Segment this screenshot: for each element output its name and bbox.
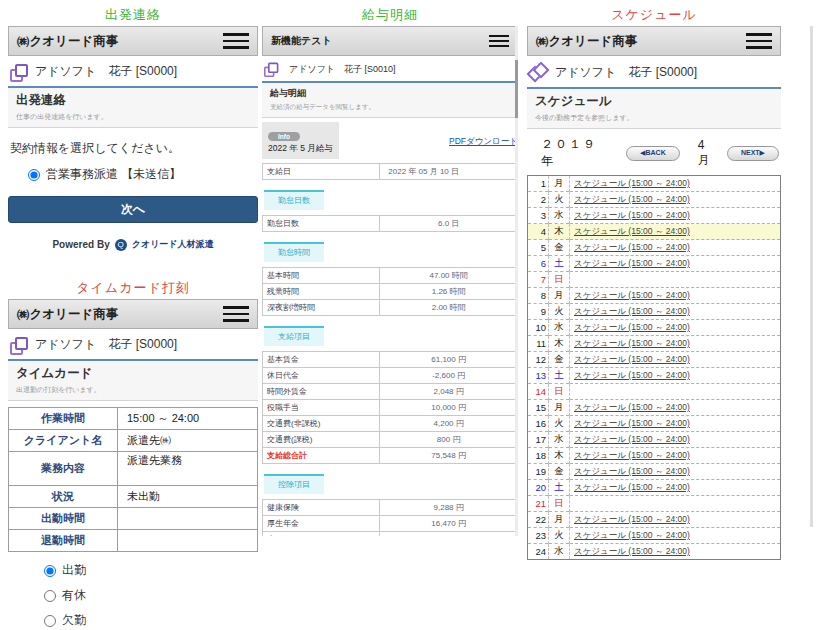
day-number: 4 <box>528 224 549 240</box>
attendance-radio[interactable] <box>44 615 56 627</box>
day-number: 12 <box>528 352 549 368</box>
schedule-entry-link[interactable]: スケジュール (15:00 ～ 24:00) <box>574 402 690 412</box>
radio-option[interactable]: 出勤 <box>44 562 258 579</box>
schedule-entry-link[interactable]: スケジュール (15:00 ～ 24:00) <box>574 306 690 316</box>
timecard-section-header: タイムカード 出退勤の打刻を行います。 <box>8 359 258 401</box>
day-number: 17 <box>528 432 549 448</box>
schedule-entry-link[interactable]: スケジュール (15:00 ～ 24:00) <box>574 338 690 348</box>
timecard-row-value: 未出勤 <box>118 486 258 508</box>
day-weekday: 水 <box>549 432 570 448</box>
day-number: 19 <box>528 464 549 480</box>
schedule-entry-link[interactable]: スケジュール (15:00 ～ 24:00) <box>574 210 690 220</box>
radio-label: 欠勤 <box>62 612 86 629</box>
section-title: タイムカード <box>16 365 250 382</box>
day-number: 3 <box>528 208 549 224</box>
schedule-entry-link[interactable]: スケジュール (15:00 ～ 24:00) <box>574 226 690 236</box>
radio-option[interactable]: 営業事務派遣 【未送信】 <box>28 166 258 183</box>
hamburger-menu-icon[interactable] <box>489 30 509 52</box>
pay-group-table: 基本時間47.00 時間残業時間1.26 時間深夜割増時間2.00 時間 <box>262 267 518 316</box>
schedule-entry-link[interactable]: スケジュール (15:00 ～ 24:00) <box>574 530 690 540</box>
column-schedule: スケジュール ㈱クオリード商事 アドソフト 花子 [S0000] スケジュール … <box>527 6 813 560</box>
calendar-day-row: 24水スケジュール (15:00 ～ 24:00) <box>528 544 780 560</box>
hamburger-menu-icon[interactable] <box>746 27 772 55</box>
schedule-entry-link[interactable]: スケジュール (15:00 ～ 24:00) <box>574 546 690 556</box>
next-button[interactable]: 次へ <box>8 196 258 223</box>
timecard-appbar: ㈱クオリード商事 <box>8 299 258 329</box>
attendance-radio[interactable] <box>44 590 56 602</box>
pay-row-label: 深夜割増時間 <box>263 300 380 316</box>
contract-radio[interactable] <box>28 169 40 181</box>
schedule-entry-link[interactable]: スケジュール (15:00 ～ 24:00) <box>574 354 690 364</box>
composite-screenshot: 出発連絡 ㈱クオリード商事 アドソフト 花子 [S0000] 出発連絡 仕事の出… <box>0 0 817 630</box>
schedule-entry-link[interactable]: スケジュール (15:00 ～ 24:00) <box>574 194 690 204</box>
day-entry-cell: スケジュール (15:00 ～ 24:00) <box>570 208 781 224</box>
powered-by: Powered By Q クオリード人材派遣 <box>8 238 258 251</box>
calendar-day-row: 4木スケジュール (15:00 ～ 24:00) <box>528 224 780 240</box>
pay-row: 役職手当10,000 円 <box>263 400 518 416</box>
user-row: アドソフト 花子 [S0000] <box>527 56 781 87</box>
schedule-entry-link[interactable]: スケジュール (15:00 ～ 24:00) <box>574 418 690 428</box>
schedule-entry-link[interactable]: スケジュール (15:00 ～ 24:00) <box>574 258 690 268</box>
day-number: 7 <box>528 272 549 288</box>
company-title: ㈱クオリード商事 <box>17 33 118 50</box>
company-title: ㈱クオリード商事 <box>17 306 118 323</box>
day-number: 1 <box>528 176 549 192</box>
calendar-day-row: 8月スケジュール (15:00 ～ 24:00) <box>528 288 780 304</box>
day-number: 16 <box>528 416 549 432</box>
timecard-row-label: 退勤時間 <box>9 530 118 552</box>
attendance-radio[interactable] <box>44 565 56 577</box>
day-entry-cell: スケジュール (15:00 ～ 24:00) <box>570 544 781 560</box>
schedule-entry-link[interactable]: スケジュール (15:00 ～ 24:00) <box>574 482 690 492</box>
powered-by-brand: クオリード人材派遣 <box>132 238 214 251</box>
schedule-entry-link[interactable]: スケジュール (15:00 ～ 24:00) <box>574 514 690 524</box>
hamburger-menu-icon[interactable] <box>223 27 249 55</box>
day-number: 2 <box>528 192 549 208</box>
pay-row-label: 勤怠日数 <box>263 216 380 232</box>
day-entry-cell: スケジュール (15:00 ～ 24:00) <box>570 240 781 256</box>
schedule-entry-link[interactable]: スケジュール (15:00 ～ 24:00) <box>574 242 690 252</box>
radio-option[interactable]: 欠勤 <box>44 612 258 629</box>
schedule-entry-link[interactable]: スケジュール (15:00 ～ 24:00) <box>574 450 690 460</box>
calendar-next-button[interactable]: NEXT▶ <box>727 146 779 161</box>
period-row: Info 2022 年 5 月給与 PDFダウンロード <box>262 122 518 159</box>
schedule-screen: ㈱クオリード商事 アドソフト 花子 [S0000] スケジュール 今後の勤務予定… <box>527 26 781 560</box>
hamburger-menu-icon[interactable] <box>223 300 249 328</box>
day-number: 13 <box>528 368 549 384</box>
calendar-day-row: 18木スケジュール (15:00 ～ 24:00) <box>528 448 780 464</box>
calendar-day-row: 2火スケジュール (15:00 ～ 24:00) <box>528 192 780 208</box>
schedule-entry-link[interactable]: スケジュール (15:00 ～ 24:00) <box>574 178 690 188</box>
scrollbar-thumb[interactable] <box>515 60 518 118</box>
user-name: アドソフト 花子 [S0000] <box>35 63 177 80</box>
pay-row-value: 227 円 <box>380 532 518 537</box>
timecard-row: クライアント名派遣先㈱ <box>9 430 258 452</box>
schedule-entry-link[interactable]: スケジュール (15:00 ～ 24:00) <box>574 370 690 380</box>
scrollbar-track[interactable] <box>515 26 518 536</box>
calendar-day-row: 13土スケジュール (15:00 ～ 24:00) <box>528 368 780 384</box>
scrollbar-track[interactable] <box>810 26 813 527</box>
departure-section-header: 出発連絡 仕事の出発連絡を行います。 <box>8 86 258 128</box>
contract-radio-group: 営業事務派遣 【未送信】 <box>8 166 258 183</box>
pay-row-value: 75,548 円 <box>380 448 518 464</box>
pay-row-value: 4,200 円 <box>380 416 518 432</box>
section-note: 支給済の給与データを閲覧します。 <box>270 103 510 112</box>
pdf-download-link[interactable]: PDFダウンロード <box>449 136 518 148</box>
schedule-section-header: スケジュール 今後の勤務予定を参照します。 <box>527 87 781 129</box>
schedule-entry-link[interactable]: スケジュール (15:00 ～ 24:00) <box>574 290 690 300</box>
radio-option[interactable]: 有休 <box>44 587 258 604</box>
screen-label-timecard: タイムカード打刻 <box>8 279 258 297</box>
schedule-entry-link[interactable]: スケジュール (15:00 ～ 24:00) <box>574 466 690 476</box>
calendar-day-row: 19金スケジュール (15:00 ～ 24:00) <box>528 464 780 480</box>
calendar-day-row: 23火スケジュール (15:00 ～ 24:00) <box>528 528 780 544</box>
pay-row: 交通費(非課税)4,200 円 <box>263 416 518 432</box>
section-note: 仕事の出発連絡を行います。 <box>16 112 250 122</box>
day-number: 23 <box>528 528 549 544</box>
radio-label: 出勤 <box>62 562 86 579</box>
schedule-entry-link[interactable]: スケジュール (15:00 ～ 24:00) <box>574 322 690 332</box>
schedule-entry-link[interactable]: スケジュール (15:00 ～ 24:00) <box>574 434 690 444</box>
day-entry-cell: スケジュール (15:00 ～ 24:00) <box>570 416 781 432</box>
pay-period: 2022 年 5 月給与 <box>268 143 333 155</box>
calendar-back-button[interactable]: ◀BACK <box>626 146 680 161</box>
pay-row-label: 基本時間 <box>263 268 380 284</box>
pay-row-value: 2.00 時間 <box>380 300 518 316</box>
pay-group-badge: 勤怠日数 <box>264 190 324 210</box>
